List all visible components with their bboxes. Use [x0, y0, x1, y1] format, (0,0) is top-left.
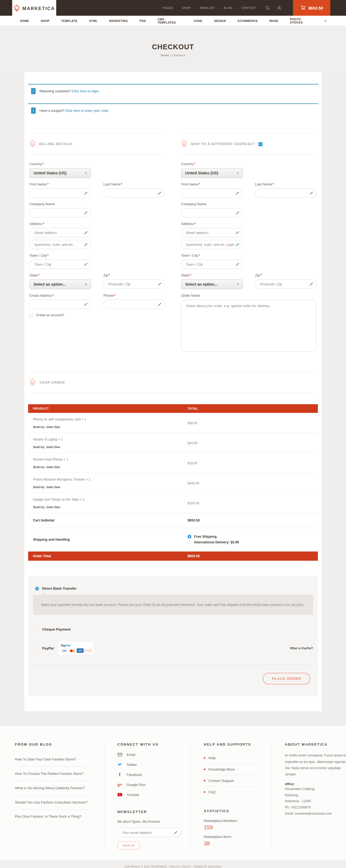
shipping-first-name-input[interactable] — [181, 188, 243, 198]
product-seller: Sold by: John Doe — [28, 425, 183, 429]
billing-email-input[interactable] — [30, 300, 91, 309]
order-row: Variant of Laptop × 1 Sold by: John Doe … — [28, 433, 318, 453]
place-order-button[interactable]: PLACE ORDER — [263, 673, 310, 684]
subnav-code[interactable]: CODE — [194, 19, 203, 23]
order-row: Gadget and Things on the Table × 1 Sold … — [28, 493, 318, 513]
subnav-ecommerce[interactable]: ECOMMERCE — [238, 19, 258, 23]
topnav-contact[interactable]: CONTACT — [242, 6, 256, 9]
shipping-company-input[interactable] — [181, 208, 243, 217]
ship-to-different-checkbox[interactable]: ✓ — [258, 142, 263, 146]
shipping-last-name-input[interactable] — [255, 188, 317, 198]
edit-pen-icon — [84, 303, 88, 307]
brand-logo[interactable]: MARKETICA — [12, 0, 56, 17]
billing-street-input[interactable] — [30, 228, 91, 237]
cheque-payment-label: Cheque Payment — [42, 627, 71, 631]
cart-button[interactable]: $653.50 — [293, 0, 330, 16]
subnav-photo-stocks[interactable]: PHOTO STOCKS — [290, 18, 313, 24]
edit-pen-icon — [236, 262, 240, 267]
footer-about-column: ABOUT MARKETICA ec mollis lorem consequa… — [272, 742, 346, 849]
subnav-psd[interactable]: PSD — [139, 19, 146, 23]
billing-apartment-input[interactable] — [30, 240, 91, 249]
billing-first-name-input[interactable] — [30, 188, 91, 198]
divider — [33, 664, 313, 665]
chevron-down-icon: ▼ — [85, 283, 88, 286]
billing-last-name-input[interactable] — [104, 188, 165, 198]
subnav-cms-templates[interactable]: CMS TEMPLATES — [158, 18, 182, 24]
billing-town-input[interactable] — [30, 260, 91, 269]
tag-icon — [13, 4, 20, 13]
blog-post-link[interactable]: What is So Alluring About Celebrity Fash… — [15, 781, 93, 796]
what-is-paypal-link[interactable]: What is PayPal? — [290, 647, 313, 650]
bullet-square-icon — [204, 769, 205, 770]
shipping-apartment-input[interactable] — [181, 240, 243, 249]
edit-pen-icon — [84, 231, 88, 235]
shipping-zip-input[interactable] — [255, 279, 317, 289]
email-link[interactable]: Email — [117, 752, 180, 757]
product-name: Proton Absolute Wordpress Themes × 1 — [28, 477, 183, 482]
youtube-link[interactable]: Youtube — [117, 793, 180, 797]
knowledge-base-link: Knowledge Base — [204, 764, 261, 775]
order-row: Women Hold iPhone × 1 Sold by: John Doe … — [28, 453, 318, 473]
top-header: MARKETICA PAGES SHOP WISHLIST BLOG CONTA… — [0, 0, 346, 16]
bank-transfer-description: Make your payment directly into our bank… — [33, 595, 313, 615]
cart-icon — [300, 5, 306, 11]
breadcrumb-home[interactable]: Home — [161, 54, 169, 57]
billing-zip-input[interactable] — [104, 279, 165, 289]
topnav-shop[interactable]: SHOP — [182, 6, 191, 9]
subnav-marketing[interactable]: MARKETING — [109, 19, 128, 23]
amex-icon: AMEX — [76, 648, 84, 653]
subnav-html[interactable]: HTML — [89, 19, 98, 23]
paypal-radio[interactable] — [35, 646, 39, 650]
shipping-town-input[interactable] — [181, 260, 243, 269]
billing-country-select[interactable]: United States (US) ▼ — [30, 168, 91, 178]
terms-of-services-link[interactable]: TERMS OF SERVICES — [194, 865, 221, 868]
blog-post-link[interactable]: Plus Size Fashion: Is There Such a Thing… — [15, 809, 93, 824]
subnav-muse[interactable]: MUSE — [270, 19, 278, 23]
newsletter-email-input[interactable] — [117, 828, 181, 837]
shipping-country-select[interactable]: United States (US) ▼ — [181, 168, 243, 178]
blog-post-link[interactable]: How To Choose The Perfect Fashion Store? — [15, 767, 93, 781]
topnav-blog[interactable]: BLOG — [224, 6, 233, 9]
coupon-link[interactable]: Click here to enter your code — [65, 109, 108, 113]
facebook-icon: f — [117, 772, 122, 777]
free-shipping-radio[interactable] — [187, 535, 192, 538]
billing-state-select[interactable]: Select an option... ▼ — [30, 279, 91, 289]
stat-label: Marketplace Items — [204, 835, 261, 839]
billing-phone-input[interactable] — [104, 300, 165, 309]
cheque-payment-radio[interactable] — [35, 627, 39, 631]
subnav-more-icon[interactable]: » — [325, 19, 326, 23]
subnav-design[interactable]: DESIGN — [214, 19, 226, 23]
shipping-state-select[interactable]: Select an option... ▼ — [181, 279, 243, 289]
order-notes-textarea[interactable] — [181, 300, 316, 352]
returning-customer-text: Returning customer? — [39, 89, 71, 93]
international-delivery-radio[interactable] — [187, 540, 192, 544]
privacy-policy-link[interactable]: PRIVACY POLICY — [169, 865, 191, 868]
newsletter-signup-button[interactable]: SIGN UP — [117, 841, 140, 849]
page-footer: FROM OUR BLOG How To Start Your Own Fash… — [0, 725, 346, 868]
address-label: Address — [30, 222, 42, 226]
user-account-icon[interactable] — [277, 6, 282, 10]
order-table-header: PRODUCT TOTAL — [28, 404, 318, 413]
subnav-template[interactable]: TEMPLATE — [61, 19, 77, 23]
address-label: Address — [181, 222, 194, 226]
bank-transfer-radio[interactable] — [35, 587, 39, 590]
create-account-checkbox[interactable] — [30, 313, 33, 317]
email-icon — [117, 752, 122, 757]
shipping-street-input[interactable] — [181, 228, 243, 237]
search-icon[interactable] — [266, 6, 270, 10]
billing-company-input[interactable] — [30, 208, 91, 217]
subnav-home[interactable]: HOME — [20, 19, 29, 23]
topnav-wishlist[interactable]: WISHLIST — [200, 6, 215, 9]
topnav-pages[interactable]: PAGES — [163, 6, 173, 9]
blog-post-link[interactable]: How To Start Your Own Fashion Store? — [15, 752, 93, 767]
blog-post-link[interactable]: Should You Use Fashion Consultant Servic… — [15, 796, 93, 810]
login-link[interactable]: Click here to login — [72, 89, 99, 93]
order-row: Proton Absolute Wordpress Themes × 1 Sol… — [28, 473, 318, 493]
twitter-link[interactable]: Twitter — [117, 763, 180, 767]
footer-blog-column: FROM OUR BLOG How To Start Your Own Fash… — [15, 742, 104, 849]
facebook-link[interactable]: f Facebook — [117, 772, 180, 777]
google-plus-link[interactable]: g+ Google Plus — [117, 782, 180, 787]
subnav-shop[interactable]: SHOP — [41, 19, 49, 23]
cart-subtotal-value: $653.50 — [183, 519, 318, 522]
paypal-label: PayPal — [42, 646, 54, 650]
